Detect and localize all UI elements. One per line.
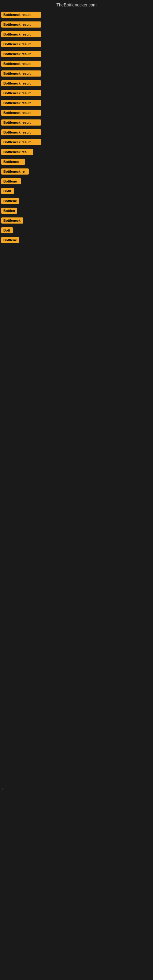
bottleneck-item: Bottleneck result xyxy=(0,39,153,49)
bottleneck-item: Bottleneck result xyxy=(0,49,153,59)
bottleneck-badge[interactable]: Bottleneck result xyxy=(1,70,41,76)
bottleneck-item: Bott xyxy=(0,225,153,235)
bottleneck-badge[interactable]: Bottleneck result xyxy=(1,51,41,57)
bottleneck-item: Bottlenec xyxy=(0,157,153,167)
bottleneck-badge[interactable]: Bottleneck result xyxy=(1,12,41,18)
bottleneck-item: Bottleneck res xyxy=(0,147,153,157)
page-wrapper: TheBottlenecker.com Bottleneck resultBot… xyxy=(0,0,153,246)
bottleneck-badge[interactable]: Bottleneck xyxy=(1,218,23,224)
bottleneck-badge[interactable]: Bottl xyxy=(1,188,14,194)
bottleneck-item: Bottlene xyxy=(0,196,153,206)
bottleneck-item: Bottleneck result xyxy=(0,118,153,127)
bottleneck-badge[interactable]: Bottleneck result xyxy=(1,90,41,96)
bottleneck-item: Bottlen xyxy=(0,206,153,216)
bottleneck-item: Bottleneck result xyxy=(0,108,153,118)
bottleneck-badge[interactable]: Bottleneck re xyxy=(1,169,29,175)
bottleneck-item: Bottleneck result xyxy=(0,20,153,29)
bottleneck-item: Bottleneck result xyxy=(0,68,153,78)
bottleneck-item: Bottlene xyxy=(0,235,153,245)
bottleneck-item: Bottleneck result xyxy=(0,137,153,147)
bottleneck-list: Bottleneck resultBottleneck resultBottle… xyxy=(0,9,153,246)
bottleneck-item: Bottleneck result xyxy=(0,88,153,98)
bottleneck-item: Bottleneck result xyxy=(0,59,153,68)
bottleneck-item: Bottleneck xyxy=(0,216,153,225)
bottleneck-item: Bottleneck result xyxy=(0,78,153,88)
bottleneck-item: Bottleneck result xyxy=(0,98,153,108)
bottleneck-badge[interactable]: Bottleneck result xyxy=(1,119,41,126)
site-header: TheBottlenecker.com xyxy=(0,0,153,9)
site-title: TheBottlenecker.com xyxy=(56,2,97,7)
bottleneck-item: Bottleneck result xyxy=(0,127,153,137)
bottleneck-badge[interactable]: Bottlene xyxy=(1,237,19,243)
watermark: © xyxy=(1,788,4,790)
bottleneck-badge[interactable]: Bottleneck result xyxy=(1,139,41,145)
bottleneck-item: Bottleneck re xyxy=(0,167,153,177)
bottleneck-badge[interactable]: Bottleneck result xyxy=(1,41,41,47)
bottleneck-badge[interactable]: Bottlen xyxy=(1,208,17,214)
bottleneck-badge[interactable]: Bottleneck result xyxy=(1,129,41,135)
bottleneck-item: Bottl xyxy=(0,186,153,196)
bottleneck-badge[interactable]: Bottleneck result xyxy=(1,110,41,116)
bottleneck-badge[interactable]: Bottleneck result xyxy=(1,100,41,106)
bottleneck-badge[interactable]: Bottleneck result xyxy=(1,31,41,37)
bottleneck-badge[interactable]: Bottleneck result xyxy=(1,80,41,86)
bottleneck-item: Bottleneck result xyxy=(0,10,153,20)
bottleneck-badge[interactable]: Bottlenec xyxy=(1,159,25,165)
bottleneck-badge[interactable]: Bottleneck result xyxy=(1,60,41,67)
bottleneck-badge[interactable]: Bottlene xyxy=(1,198,19,204)
bottleneck-item: Bottlene xyxy=(0,177,153,186)
bottleneck-badge[interactable]: Bottleneck result xyxy=(1,21,41,27)
bottleneck-badge[interactable]: Bott xyxy=(1,227,13,233)
bottleneck-badge[interactable]: Bottlene xyxy=(1,178,21,185)
bottleneck-item: Bottleneck result xyxy=(0,29,153,39)
bottleneck-badge[interactable]: Bottleneck res xyxy=(1,149,33,155)
